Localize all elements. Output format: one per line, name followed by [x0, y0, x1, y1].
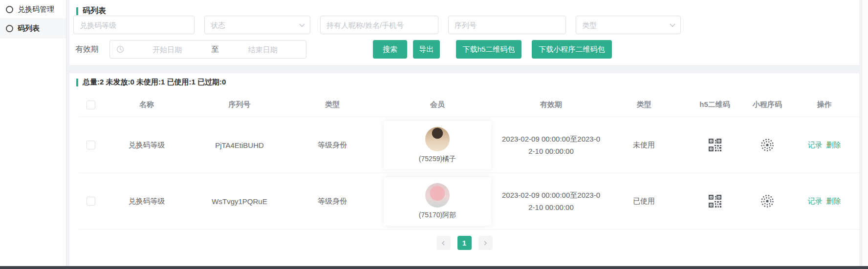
date-range-picker[interactable]: 至 [109, 40, 306, 59]
filter-panel: 码列表 有效期 至 搜索 导出 下载h5二维码包 下载小程序二维码包 [69, 0, 859, 65]
type-select[interactable] [576, 16, 681, 34]
cell-serial: PjTA4EtiBUHD [191, 141, 288, 149]
validity-label: 有效期 [75, 40, 99, 59]
page-title-text: 码列表 [83, 6, 106, 16]
row-checkbox[interactable] [87, 197, 95, 206]
delete-link[interactable]: 删除 [826, 197, 841, 206]
pagination: 1 [69, 236, 859, 250]
summary-line: 总量:2 未发放:0 未使用:1 已使用:1 已过期:0 [76, 78, 226, 87]
sidebar: 兑换码管理 码列表 [0, 0, 66, 266]
sidebar-item-label: 码列表 [18, 24, 40, 33]
chevron-down-icon [299, 23, 305, 27]
record-link[interactable]: 记录 [808, 141, 823, 150]
cell-serial: WsTvgy1PQRuE [191, 197, 288, 206]
header-status: 类型 [604, 100, 684, 109]
member-name: (75259)橘子 [419, 155, 456, 164]
cell-name: 兑换码等级 [103, 197, 191, 206]
bottom-edge-bar [0, 266, 868, 269]
scrollbar-track[interactable] [862, 0, 868, 266]
prev-page-button[interactable] [436, 236, 451, 250]
member-card: (75259)橘子 [384, 121, 491, 169]
summary-text: 总量:2 未发放:0 未使用:1 已使用:1 已过期:0 [83, 78, 226, 87]
chevron-down-icon [670, 23, 675, 27]
member-avatar [425, 127, 450, 151]
type-select-input[interactable] [576, 16, 681, 34]
search-button[interactable]: 搜索 [373, 40, 407, 59]
circle-icon [6, 6, 13, 13]
clock-icon [116, 45, 124, 53]
cell-validity: 2023-02-09 00:00:00至2023-02-10 00:00:00 [501, 133, 602, 158]
status-select[interactable] [204, 16, 310, 34]
status-badge: 未使用 [604, 141, 684, 150]
member-name: (75170)阿部 [419, 211, 456, 220]
code-list-panel: 总量:2 未发放:0 未使用:1 已使用:1 已过期:0 名称 序列号 类型 会… [69, 73, 859, 266]
date-start-input[interactable] [124, 45, 211, 54]
header-type: 类型 [288, 100, 376, 109]
serial-input[interactable] [448, 16, 566, 34]
miniprogram-code-icon[interactable] [760, 138, 775, 152]
header-mini-qr: 小程序码 [745, 100, 789, 109]
cell-type: 等级身份 [288, 197, 376, 206]
table-row: 兑换码等级 WsTvgy1PQRuE 等级身份 (75170)阿部 2023-0… [79, 173, 859, 229]
date-separator: 至 [211, 45, 220, 54]
select-all-checkbox[interactable] [87, 101, 95, 109]
sidebar-item-code-management[interactable]: 兑换码管理 [0, 0, 66, 19]
miniprogram-code-icon[interactable] [760, 194, 775, 208]
table-header-row: 名称 序列号 类型 会员 有效期 类型 h5二维码 小程序码 操作 [79, 93, 859, 117]
chevron-left-icon [441, 240, 446, 246]
h5-qr-code-icon[interactable] [709, 195, 721, 207]
member-card: (75170)阿部 [384, 177, 491, 226]
row-checkbox[interactable] [87, 141, 95, 149]
table-row: 兑换码等级 PjTA4EtiBUHD 等级身份 (75259)橘子 2023-0… [79, 117, 859, 173]
export-button[interactable]: 导出 [413, 40, 440, 59]
header-name: 名称 [103, 100, 191, 109]
holder-input[interactable] [320, 16, 438, 34]
status-badge: 已使用 [604, 197, 684, 206]
download-miniprogram-qr-button[interactable]: 下载小程序二维码包 [532, 40, 612, 59]
cell-type: 等级身份 [288, 141, 376, 150]
sidebar-item-label: 兑换码管理 [18, 5, 54, 14]
header-validity: 有效期 [499, 100, 604, 109]
header-actions: 操作 [789, 100, 859, 109]
circle-icon [6, 25, 13, 32]
h5-qr-code-icon[interactable] [709, 139, 721, 151]
delete-link[interactable]: 删除 [826, 141, 841, 150]
cell-validity: 2023-02-09 00:00:00至2023-02-10 00:00:00 [501, 189, 602, 214]
header-member: 会员 [376, 100, 499, 109]
sidebar-item-code-list[interactable]: 码列表 [0, 19, 66, 38]
header-serial: 序列号 [191, 100, 288, 109]
title-accent-bar [76, 7, 78, 15]
chevron-right-icon [483, 240, 488, 246]
page-title: 码列表 [76, 6, 106, 16]
next-page-button[interactable] [478, 236, 493, 250]
member-avatar [425, 183, 450, 207]
download-h5-qr-button[interactable]: 下载h5二维码包 [456, 40, 521, 59]
code-level-input[interactable] [73, 16, 195, 34]
cell-name: 兑换码等级 [103, 141, 191, 150]
page-1-button[interactable]: 1 [457, 236, 472, 250]
summary-accent-bar [76, 79, 78, 86]
app-window: 兑换码管理 码列表 码列表 有效期 [0, 0, 868, 269]
status-select-input[interactable] [204, 16, 310, 34]
header-h5-qr: h5二维码 [684, 100, 745, 109]
date-end-input[interactable] [220, 45, 306, 54]
record-link[interactable]: 记录 [808, 197, 823, 206]
